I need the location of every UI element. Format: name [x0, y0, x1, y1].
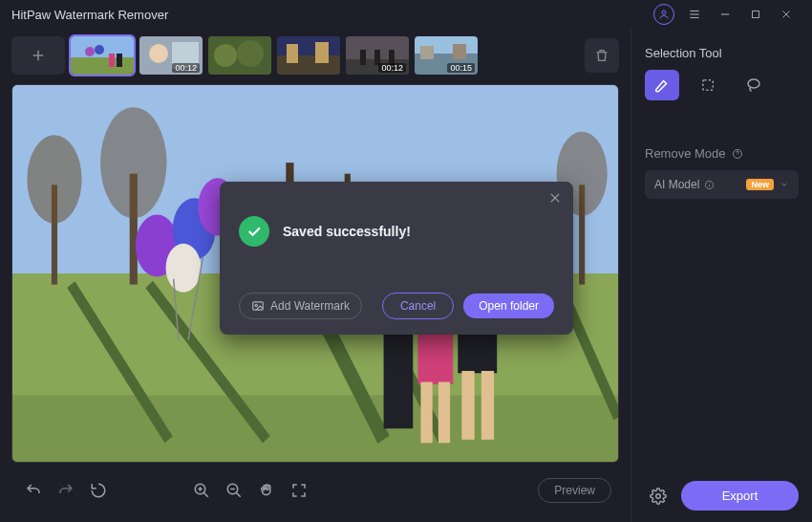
thumbnail[interactable]: 00:12 [346, 36, 409, 75]
settings-icon[interactable] [645, 483, 672, 510]
svg-rect-63 [481, 371, 494, 440]
svg-rect-60 [438, 382, 450, 444]
svg-point-80 [748, 79, 759, 88]
svg-point-41 [100, 107, 167, 218]
thumbnail[interactable] [71, 36, 134, 75]
svg-point-39 [27, 135, 81, 224]
svg-rect-5 [753, 11, 759, 18]
titlebar: HitPaw Watermark Remover [0, 0, 812, 29]
thumbnail-duration: 00:12 [172, 63, 200, 73]
add-watermark-label: Add Watermark [270, 299, 350, 313]
maximize-icon[interactable] [741, 3, 770, 26]
svg-rect-25 [315, 42, 329, 63]
success-check-icon [239, 216, 269, 247]
svg-point-0 [662, 11, 666, 14]
brush-tool[interactable] [645, 70, 679, 100]
thumbnail[interactable] [208, 36, 271, 75]
mode-dropdown[interactable]: AI Model New [645, 170, 799, 199]
svg-rect-62 [461, 371, 474, 440]
saved-dialog: Saved successfully! Add Watermark Cancel… [220, 182, 573, 335]
svg-rect-22 [277, 36, 340, 55]
svg-rect-28 [360, 50, 366, 65]
svg-point-17 [149, 44, 168, 63]
thumbnail-duration: 00:12 [378, 63, 406, 73]
svg-rect-15 [117, 54, 122, 67]
thumbnail-strip: 00:12 00:12 00:15 [11, 36, 619, 75]
thumbnail[interactable]: 00:15 [415, 36, 478, 75]
thumbnail-duration: 00:15 [447, 63, 475, 73]
cancel-button[interactable]: Cancel [382, 293, 454, 319]
zoom-out-icon[interactable] [220, 476, 248, 505]
reset-icon[interactable] [84, 476, 113, 505]
add-watermark-button[interactable]: Add Watermark [239, 293, 362, 319]
info-icon [704, 180, 715, 190]
svg-rect-24 [287, 44, 298, 63]
close-icon[interactable] [772, 3, 801, 26]
export-button[interactable]: Export [681, 481, 799, 511]
minimize-icon[interactable] [711, 3, 739, 26]
redo-icon[interactable] [52, 476, 80, 505]
svg-rect-79 [703, 80, 714, 91]
window-controls [650, 3, 801, 26]
svg-rect-33 [420, 46, 434, 59]
new-badge: New [746, 179, 774, 190]
selection-tool-label: Selection Tool [645, 46, 799, 60]
svg-line-73 [236, 492, 241, 497]
delete-button[interactable] [585, 38, 619, 73]
side-panel: Selection Tool Remove Mode AI Model New [630, 29, 812, 522]
remove-mode-label: Remove Mode [645, 146, 799, 161]
svg-rect-14 [109, 54, 115, 67]
app-title: HitPaw Watermark Remover [11, 8, 168, 22]
dialog-message: Saved successfully! [283, 224, 411, 239]
marquee-tool[interactable] [691, 70, 725, 100]
svg-rect-37 [12, 395, 618, 462]
chevron-down-icon [780, 180, 789, 189]
bottom-toolbar: Preview [11, 470, 619, 511]
svg-rect-23 [277, 55, 340, 75]
svg-point-13 [95, 45, 104, 54]
lasso-tool[interactable] [737, 70, 771, 100]
svg-line-69 [203, 492, 208, 497]
mode-value: AI Model [654, 178, 699, 191]
svg-rect-11 [71, 57, 134, 75]
pan-icon[interactable] [252, 476, 281, 505]
help-icon[interactable] [732, 148, 743, 160]
svg-rect-34 [453, 44, 466, 59]
main-panel: 00:12 00:12 00:15 [0, 29, 630, 522]
selection-tools [645, 70, 799, 100]
thumbnail[interactable]: 00:12 [139, 36, 203, 75]
open-folder-button[interactable]: Open folder [463, 294, 554, 318]
svg-point-20 [214, 44, 237, 67]
dialog-close-icon[interactable] [548, 191, 562, 205]
svg-point-54 [166, 244, 202, 293]
menu-icon[interactable] [680, 3, 709, 26]
svg-point-86 [656, 493, 661, 498]
svg-rect-59 [420, 382, 432, 444]
undo-icon[interactable] [19, 476, 48, 505]
svg-point-21 [237, 40, 264, 67]
svg-point-78 [255, 304, 257, 306]
preview-button[interactable]: Preview [538, 478, 611, 503]
thumbnail[interactable] [277, 36, 340, 75]
fit-screen-icon[interactable] [285, 476, 313, 505]
zoom-in-icon[interactable] [187, 476, 216, 505]
add-media-button[interactable] [11, 36, 65, 75]
svg-point-12 [85, 47, 95, 56]
content: 00:12 00:12 00:15 [0, 29, 812, 522]
profile-icon[interactable] [650, 3, 678, 26]
